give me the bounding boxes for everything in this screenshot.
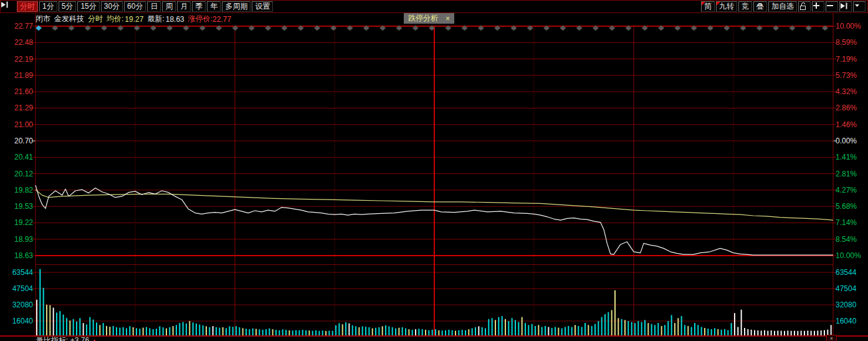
- volume-bar: [468, 329, 469, 335]
- volume-bar: [43, 288, 44, 335]
- volume-bar: [482, 327, 483, 335]
- volume-bar: [618, 318, 619, 335]
- volume-bar: [375, 328, 376, 335]
- volume-bar: [747, 329, 748, 335]
- volume-bar: [46, 305, 47, 335]
- volume-bar: [298, 330, 300, 335]
- volume-axis-label-left: 63544: [0, 269, 33, 277]
- indicator-close-button[interactable]: ×: [826, 335, 837, 341]
- volume-bar: [166, 329, 167, 335]
- volume-bar: [219, 328, 220, 335]
- volume-bar: [348, 324, 350, 335]
- volume-bar: [701, 327, 702, 335]
- volume-bar: [807, 330, 808, 335]
- volume-bar: [302, 330, 303, 335]
- volume-bar: [362, 326, 363, 335]
- indicator-label: 量比指标:: [36, 336, 68, 341]
- volume-bar: [123, 327, 124, 335]
- volume-bar: [571, 327, 573, 335]
- volume-bar: [308, 330, 310, 335]
- volume-bar: [189, 321, 190, 335]
- volume-bar: [418, 329, 419, 335]
- volume-bar: [651, 324, 652, 335]
- pct-axis-label: 2.81%: [836, 170, 868, 178]
- volume-bar: [318, 331, 320, 335]
- volume-bar: [578, 326, 579, 335]
- volume-bar: [525, 323, 526, 335]
- volume-bar: [53, 307, 54, 335]
- volume-bar: [66, 318, 67, 335]
- volume-bar: [472, 329, 473, 335]
- volume-bar: [704, 328, 705, 335]
- volume-bar: [199, 325, 200, 335]
- volume-bar: [186, 324, 187, 335]
- volume-bar: [804, 331, 805, 335]
- volume-bar: [751, 330, 752, 335]
- volume-bar: [581, 327, 583, 335]
- price-axis-label: 22.19: [0, 55, 33, 64]
- volume-bar: [282, 329, 284, 335]
- volume-bar: [558, 328, 559, 335]
- volume-bar: [216, 327, 217, 335]
- volume-bar: [412, 330, 413, 335]
- pct-axis-label: 8.54%: [836, 236, 868, 244]
- volume-bar: [73, 319, 74, 335]
- pct-axis-label: 4.32%: [836, 88, 868, 96]
- volume-bar: [222, 327, 224, 335]
- volume-bar: [811, 331, 812, 335]
- price-axis-label: 20.12: [0, 170, 33, 178]
- volume-bar: [382, 326, 383, 335]
- volume-bar: [568, 326, 569, 335]
- volume-bar: [259, 329, 260, 335]
- volume-bar: [435, 329, 436, 335]
- volume-bar: [611, 310, 613, 335]
- volume-bar: [206, 326, 207, 335]
- volume-bar: [56, 312, 57, 335]
- volume-bar: [229, 326, 230, 335]
- volume-bar: [173, 326, 174, 335]
- pct-axis-label: 8.59%: [836, 39, 868, 47]
- volume-bar: [821, 330, 822, 335]
- volume-bar: [535, 326, 536, 335]
- volume-bar: [498, 317, 499, 335]
- app-window: { "toolbar": { "left_items": [ {"label":…: [0, 0, 868, 341]
- volume-bar: [109, 327, 110, 335]
- volume-bar: [724, 329, 725, 335]
- volume-bar: [654, 325, 656, 335]
- volume-bar: [119, 328, 120, 335]
- volume-bar: [358, 327, 360, 335]
- bottom-indicator: 量比指标: +3.76 ▲: [36, 335, 97, 341]
- volume-bar: [721, 330, 722, 335]
- volume-bar: [591, 326, 593, 335]
- volume-bar: [252, 329, 254, 335]
- volume-bar: [754, 330, 755, 335]
- volume-bar: [687, 326, 689, 335]
- volume-bar: [614, 291, 616, 335]
- volume-bar: [86, 325, 87, 335]
- volume-bar: [425, 330, 426, 335]
- volume-bar: [103, 323, 104, 335]
- price-axis-label: 21.29: [0, 104, 33, 112]
- volume-bar: [731, 323, 732, 335]
- volume-bar: [764, 330, 765, 335]
- volume-bar: [315, 330, 317, 335]
- volume-bar: [63, 315, 64, 335]
- volume-bar: [428, 330, 429, 335]
- volume-axis-label-right: 32080: [836, 301, 868, 309]
- volume-bar: [285, 330, 287, 335]
- volume-bar: [462, 330, 463, 335]
- volume-axis-label-left: 16040: [0, 317, 33, 325]
- volume-bar: [777, 330, 778, 335]
- volume-bar: [236, 326, 237, 335]
- volume-bar: [392, 327, 393, 335]
- volume-bar: [774, 331, 775, 335]
- volume-bar: [641, 322, 642, 335]
- volume-bar: [338, 323, 340, 335]
- volume-bar: [781, 331, 782, 335]
- volume-bar: [727, 330, 728, 335]
- volume-bar: [69, 320, 70, 335]
- volume-bar: [707, 329, 708, 335]
- volume-bar: [502, 316, 503, 335]
- volume-bar: [505, 319, 506, 335]
- volume-bar: [588, 325, 589, 335]
